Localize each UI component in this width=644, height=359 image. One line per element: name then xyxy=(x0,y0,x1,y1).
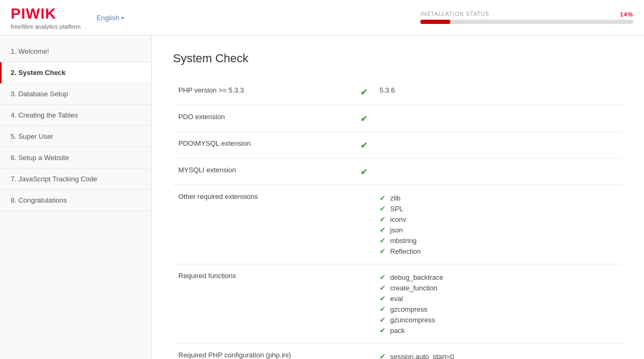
list-item: ✔mbstring xyxy=(379,235,617,246)
list-item: ✔create_function xyxy=(379,282,617,293)
checkmark-icon: ✔ xyxy=(379,294,386,303)
checkmark-icon: ✔ xyxy=(379,305,386,313)
sidebar: 1. Welcome! 2. System Check 3. Database … xyxy=(0,36,152,359)
extension-name: eval xyxy=(390,295,403,303)
extension-name: json xyxy=(390,226,403,234)
check-status-icon: ✔ xyxy=(353,132,374,158)
check-value xyxy=(374,158,623,185)
checkmark-icon: ✔ xyxy=(379,236,386,245)
check-status-icon: ✔ xyxy=(353,79,374,105)
page-title: System Check xyxy=(173,52,623,65)
install-status-percent: 14% xyxy=(620,11,633,18)
sidebar-item-super-user[interactable]: 5. Super User xyxy=(0,126,151,147)
check-status-icon: ✔ xyxy=(353,105,374,132)
list-item: ✔eval xyxy=(379,293,617,304)
table-row: PDO\MYSQL extension✔ xyxy=(173,132,623,158)
sidebar-item-congratulations[interactable]: 8. Congratulations xyxy=(0,190,151,211)
checkmark-icon: ✔ xyxy=(379,283,386,292)
check-label: Required PHP configuration (php.ini) xyxy=(173,344,353,360)
list-item: ✔gzuncompress xyxy=(379,314,617,325)
sidebar-item-system-check[interactable]: 2. System Check xyxy=(0,62,151,84)
list-item: ✔Reflection xyxy=(379,246,617,256)
list-item: ✔session.auto_start=0 xyxy=(379,351,617,359)
checkmark-icon: ✔ xyxy=(379,273,386,281)
check-value xyxy=(374,132,623,158)
list-item: ✔SPL xyxy=(379,203,617,214)
check-value: ✔debug_backtrace✔create_function✔eval✔gz… xyxy=(374,264,623,344)
list-item: ✔pack xyxy=(379,325,617,336)
extension-name: pack xyxy=(390,327,404,335)
tagline: free/libre analytics platform xyxy=(11,23,80,30)
install-status-row: INSTALLATION STATUS 14% xyxy=(420,11,633,18)
logo: PIWIK xyxy=(11,5,80,22)
check-value: 5.3.6 xyxy=(374,79,623,105)
list-item: ✔gzcompress xyxy=(379,304,617,314)
check-label: MYSQLI extension xyxy=(173,158,353,185)
extension-name: mbstring xyxy=(390,237,417,245)
system-check-table: PHP version >= 5.3.3✔5.3.6PDO extension✔… xyxy=(173,79,623,359)
progress-bar-background xyxy=(420,20,633,24)
list-item: ✔json xyxy=(379,224,617,235)
extension-name: session.auto_start=0 xyxy=(390,353,454,360)
extension-name: debug_backtrace xyxy=(390,273,443,281)
install-status-label: INSTALLATION STATUS xyxy=(420,11,489,18)
check-label: PHP version >= 5.3.3 xyxy=(173,79,353,105)
chevron-down-icon: ▾ xyxy=(121,15,124,21)
table-row: Required PHP configuration (php.ini)✔ses… xyxy=(173,344,623,360)
checkmark-icon: ✔ xyxy=(379,204,386,213)
check-value xyxy=(374,105,623,132)
list-item: ✔zlib xyxy=(379,193,617,203)
check-status-icon xyxy=(353,344,374,360)
list-item: ✔debug_backtrace xyxy=(379,272,617,282)
check-status-icon: ✔ xyxy=(353,158,374,185)
table-row: Required functions✔debug_backtrace✔creat… xyxy=(173,264,623,344)
extension-name: create_function xyxy=(390,284,437,292)
checkmark-icon: ✔ xyxy=(379,326,386,335)
check-label: Other required extensions xyxy=(173,185,353,264)
sidebar-item-welcome[interactable]: 1. Welcome! xyxy=(0,41,151,62)
check-label: Required functions xyxy=(173,264,353,344)
installation-status: INSTALLATION STATUS 14% xyxy=(420,11,633,24)
check-status-icon xyxy=(353,264,374,344)
sidebar-item-creating-tables[interactable]: 4. Creating the Tables xyxy=(0,105,151,126)
table-row: PHP version >= 5.3.3✔5.3.6 xyxy=(173,79,623,105)
checkmark-icon: ✔ xyxy=(360,88,367,97)
table-row: PDO extension✔ xyxy=(173,105,623,132)
check-label: PDO\MYSQL extension xyxy=(173,132,353,158)
extension-name: iconv xyxy=(390,215,406,223)
checkmark-icon: ✔ xyxy=(379,352,386,359)
check-value: ✔session.auto_start=0 xyxy=(374,344,623,360)
progress-bar-fill xyxy=(420,20,450,24)
checkmark-icon: ✔ xyxy=(379,215,386,223)
sidebar-item-setup-website[interactable]: 6. Setup a Website xyxy=(0,147,151,169)
logo-area: PIWIK free/libre analytics platform xyxy=(11,5,80,30)
checkmark-icon: ✔ xyxy=(360,168,367,177)
checkmark-icon: ✔ xyxy=(379,226,386,234)
check-value: ✔zlib✔SPL✔iconv✔json✔mbstring✔Reflection xyxy=(374,185,623,264)
sidebar-item-database-setup[interactable]: 3. Database Setup xyxy=(0,84,151,105)
content-area: System Check PHP version >= 5.3.3✔5.3.6P… xyxy=(152,36,644,359)
language-label: English xyxy=(96,14,119,22)
table-row: Other required extensions✔zlib✔SPL✔iconv… xyxy=(173,185,623,264)
table-row: MYSQLI extension✔ xyxy=(173,158,623,185)
check-label: PDO extension xyxy=(173,105,353,132)
extension-name: Reflection xyxy=(390,247,421,255)
checkmark-icon: ✔ xyxy=(360,141,367,150)
checkmark-icon: ✔ xyxy=(379,247,386,255)
extension-name: gzcompress xyxy=(390,305,427,313)
checkmark-icon: ✔ xyxy=(360,114,367,123)
main-layout: 1. Welcome! 2. System Check 3. Database … xyxy=(0,36,644,359)
extension-name: SPL xyxy=(390,205,403,213)
language-selector[interactable]: English ▾ xyxy=(96,14,124,22)
extension-name: gzuncompress xyxy=(390,316,435,324)
checkmark-icon: ✔ xyxy=(379,315,386,324)
header: PIWIK free/libre analytics platform Engl… xyxy=(0,0,644,36)
check-status-icon xyxy=(353,185,374,264)
checkmark-icon: ✔ xyxy=(379,194,386,202)
extension-name: zlib xyxy=(390,194,401,202)
sidebar-item-tracking-code[interactable]: 7. JavaScript Tracking Code xyxy=(0,169,151,190)
list-item: ✔iconv xyxy=(379,214,617,224)
